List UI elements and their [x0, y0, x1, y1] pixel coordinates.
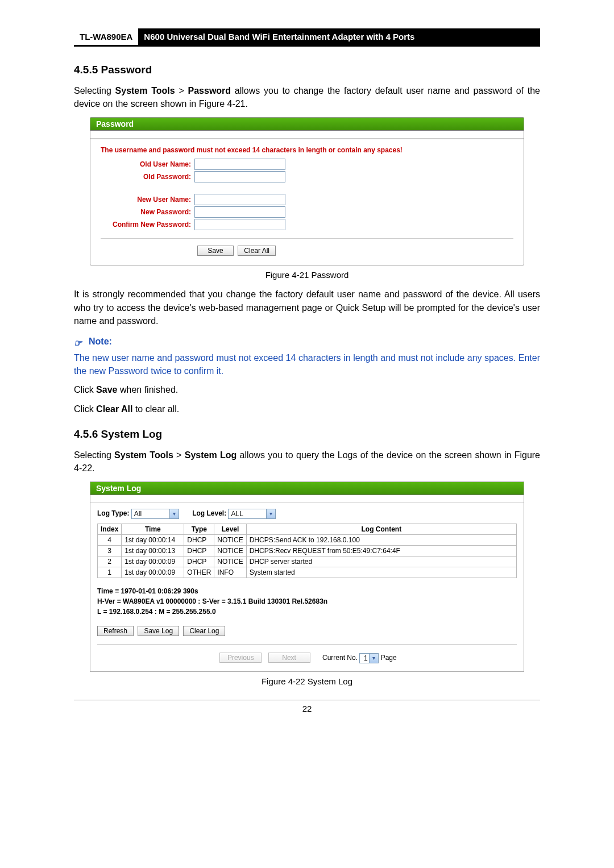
- previous-button[interactable]: Previous: [219, 653, 262, 663]
- password-intro: Selecting System Tools > Password allows…: [74, 84, 540, 110]
- th-type: Type: [184, 524, 214, 535]
- log-type-value: All: [134, 510, 142, 518]
- t: >: [173, 450, 185, 460]
- table-row: 11st day 00:00:09OTHERINFOSystem started: [98, 567, 517, 578]
- table-cell: 4: [98, 535, 122, 546]
- log-level-label: Log Level:: [192, 509, 226, 517]
- password-recommendation: It is strongly recommended that you chan…: [74, 288, 540, 327]
- doc-header: TL-WA890EA N600 Universal Dual Band WiFi…: [74, 28, 540, 47]
- new-user-input[interactable]: [194, 194, 285, 205]
- chevron-down-icon: ▾: [169, 509, 179, 518]
- pager: Previous Next Current No. 1 ▾ Page: [97, 644, 517, 663]
- table-cell: 3: [98, 546, 122, 556]
- meta-time: Time = 1970-01-01 0:06:29 390s: [97, 587, 517, 595]
- log-table: Index Time Type Level Log Content 41st d…: [97, 524, 517, 578]
- table-cell: NOTICE: [214, 546, 246, 556]
- systemlog-panel: System Log Log Type: All ▾ Log Level: AL…: [90, 481, 524, 672]
- table-row: 41st day 00:00:14DHCPNOTICEDHCPS:Send AC…: [98, 535, 517, 546]
- log-filter-row: Log Type: All ▾ Log Level: ALL ▾: [97, 509, 517, 519]
- save-button[interactable]: Save: [197, 246, 234, 256]
- page-label: Page: [381, 654, 397, 662]
- table-cell: System started: [246, 567, 516, 578]
- t: System Log: [185, 450, 237, 460]
- table-cell: INFO: [214, 567, 246, 578]
- table-cell: 1st day 00:00:14: [122, 535, 184, 546]
- table-cell: DHCP server started: [246, 556, 516, 567]
- old-pass-input[interactable]: [194, 171, 285, 182]
- label-new-user: New User Name:: [101, 196, 194, 203]
- page-number-select[interactable]: 1 ▾: [359, 653, 379, 663]
- t: Selecting: [74, 86, 115, 95]
- table-row: 21st day 00:00:09DHCPNOTICEDHCP server s…: [98, 556, 517, 567]
- table-cell: 1st day 00:00:09: [122, 556, 184, 567]
- t: to clear all.: [132, 404, 179, 414]
- page-number: 22: [74, 700, 540, 713]
- table-row: 31st day 00:00:13DHCPNOTICEDHCPS:Recv RE…: [98, 546, 517, 556]
- table-cell: 2: [98, 556, 122, 567]
- figure-caption-421: Figure 4-21 Password: [74, 270, 540, 280]
- chevron-down-icon: ▾: [369, 654, 378, 663]
- old-user-input[interactable]: [194, 159, 285, 170]
- new-pass-input[interactable]: [194, 206, 285, 218]
- figure-caption-422: Figure 4-22 System Log: [74, 676, 540, 686]
- table-cell: NOTICE: [214, 535, 246, 546]
- t: Click: [74, 385, 96, 394]
- confirm-pass-input[interactable]: [194, 219, 285, 230]
- save-log-button[interactable]: Save Log: [138, 626, 179, 636]
- th-content: Log Content: [246, 524, 516, 535]
- panel-strip: [90, 131, 524, 139]
- table-cell: 1st day 00:00:13: [122, 546, 184, 556]
- log-type-label: Log Type:: [97, 509, 129, 517]
- panel-title-password: Password: [90, 118, 524, 131]
- label-new-pass: New Password:: [101, 208, 194, 216]
- panel-title-systemlog: System Log: [90, 482, 524, 495]
- table-cell: 1: [98, 567, 122, 578]
- log-level-select[interactable]: ALL ▾: [228, 509, 276, 519]
- section-heading-password: 4.5.5 Password: [74, 64, 540, 76]
- log-level-value: ALL: [231, 510, 243, 518]
- t: Selecting: [74, 450, 114, 460]
- next-button[interactable]: Next: [268, 653, 310, 663]
- th-time: Time: [122, 524, 184, 535]
- th-level: Level: [214, 524, 246, 535]
- t: Click: [74, 404, 96, 414]
- clear-all-button[interactable]: Clear All: [238, 246, 276, 256]
- table-cell: DHCP: [184, 546, 214, 556]
- t: System Tools: [115, 86, 175, 95]
- t: Save: [96, 385, 117, 394]
- t: >: [175, 86, 188, 95]
- model-code: TL-WA890EA: [74, 28, 138, 45]
- table-cell: DHCP: [184, 535, 214, 546]
- table-cell: NOTICE: [214, 556, 246, 567]
- table-cell: DHCPS:Send ACK to 192.168.0.100: [246, 535, 516, 546]
- click-save-line: Click Save when finished.: [74, 383, 540, 396]
- table-cell: DHCP: [184, 556, 214, 567]
- password-panel: Password The username and password must …: [90, 117, 524, 265]
- label-confirm-pass: Confirm New Password:: [101, 221, 194, 229]
- refresh-button[interactable]: Refresh: [97, 626, 134, 636]
- log-type-select[interactable]: All ▾: [131, 509, 179, 519]
- page-number-value: 1: [364, 654, 368, 662]
- th-index: Index: [98, 524, 122, 535]
- clear-log-button[interactable]: Clear Log: [183, 626, 225, 636]
- label-old-pass: Old Password:: [101, 173, 194, 181]
- password-warning: The username and password must not excee…: [101, 146, 513, 154]
- t: System Tools: [114, 450, 173, 460]
- chevron-down-icon: ▾: [266, 509, 275, 518]
- t: Password: [188, 86, 231, 95]
- table-cell: 1st day 00:00:09: [122, 567, 184, 578]
- note-heading-text: Note:: [89, 337, 112, 347]
- note-body: The new user name and password must not …: [74, 351, 540, 377]
- pointing-hand-icon: ☞: [74, 338, 85, 346]
- current-no-label: Current No.: [322, 654, 358, 662]
- click-clear-line: Click Clear All to clear all.: [74, 402, 540, 416]
- panel-strip: [90, 495, 524, 503]
- systemlog-intro: Selecting System Tools > System Log allo…: [74, 448, 540, 475]
- model-desc: N600 Universal Dual Band WiFi Entertainm…: [138, 28, 540, 45]
- meta-network: L = 192.168.0.254 : M = 255.255.255.0: [97, 608, 517, 616]
- t: when finished.: [117, 385, 178, 394]
- meta-version: H-Ver = WA890EA v1 00000000 : S-Ver = 3.…: [97, 597, 517, 605]
- t: Clear All: [96, 404, 132, 414]
- note-heading: ☞ Note:: [74, 337, 540, 347]
- label-old-user: Old User Name:: [101, 160, 194, 168]
